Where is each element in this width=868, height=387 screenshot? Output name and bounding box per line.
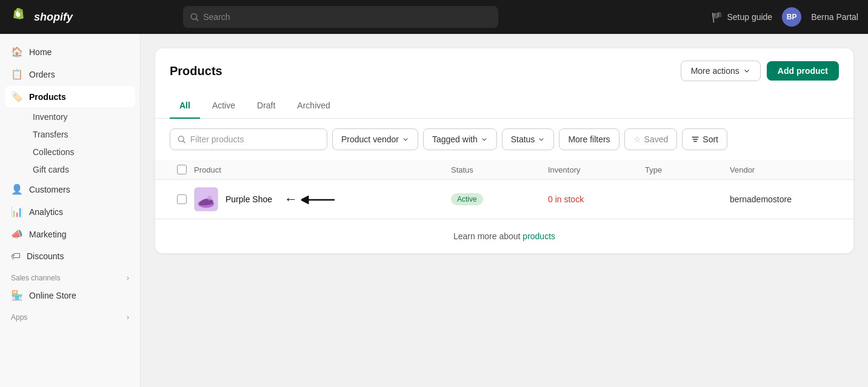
product-thumbnail-inner: [195, 188, 218, 211]
sidebar-label-orders: Orders: [29, 70, 55, 79]
sidebar-item-customers[interactable]: 👤 Customers: [5, 179, 135, 200]
avatar[interactable]: BP: [782, 7, 801, 27]
arrow-annotation: ←: [284, 191, 338, 207]
learn-more-link[interactable]: products: [522, 231, 555, 241]
sidebar-label-home: Home: [29, 47, 52, 57]
setup-guide-button[interactable]: 🏴 Setup guide: [711, 12, 772, 23]
marketing-icon: 📣: [11, 228, 23, 240]
chevron-down-icon: [743, 67, 750, 74]
sidebar-item-gift-cards[interactable]: Gift cards: [27, 161, 135, 178]
main-content: Products More actions Add product All: [141, 34, 868, 387]
customers-icon: 👤: [11, 184, 23, 195]
select-all-cell[interactable]: [170, 165, 194, 174]
tabs: All Active Draft Archived: [155, 93, 853, 119]
products-panel: Products More actions Add product All: [155, 48, 853, 253]
saved-label: Saved: [644, 134, 669, 144]
sidebar-label-discounts: Discounts: [27, 251, 64, 261]
arrow-icon: [301, 193, 338, 207]
svg-line-1: [196, 19, 198, 21]
top-nav: shopify 🏴 Setup guide BP Berna Partal: [0, 0, 868, 34]
table-header: Product Status Inventory Type Vendor: [155, 160, 853, 180]
row-checkbox[interactable]: [177, 194, 187, 204]
search-bar[interactable]: [183, 6, 498, 28]
svg-line-3: [183, 141, 185, 143]
user-name: Berna Partal: [811, 12, 858, 22]
star-icon: ☆: [633, 134, 641, 144]
sidebar-item-orders[interactable]: 📋 Orders: [5, 64, 135, 85]
add-product-button[interactable]: Add product: [767, 61, 839, 81]
column-product: Product: [194, 165, 451, 174]
svg-point-6: [207, 196, 212, 200]
apps-chevron[interactable]: ›: [127, 313, 129, 322]
more-filters-label: More filters: [568, 134, 610, 144]
table-row[interactable]: Purple Shoe ←: [155, 180, 853, 219]
filter-products-input[interactable]: [190, 134, 319, 144]
logo-text: shopify: [34, 11, 73, 24]
product-name: Purple Shoe: [225, 194, 272, 204]
column-status: Status: [451, 165, 548, 174]
discounts-icon: 🏷: [11, 251, 21, 262]
sidebar-item-online-store[interactable]: 🏪 Online Store: [5, 285, 135, 306]
tagged-with-filter[interactable]: Tagged with: [423, 128, 497, 150]
tagged-with-label: Tagged with: [432, 134, 478, 144]
sidebar-item-discounts[interactable]: 🏷 Discounts: [5, 246, 135, 266]
add-product-label: Add product: [778, 66, 828, 76]
product-thumbnail: [194, 187, 218, 211]
layout: 🏠 Home 📋 Orders 🏷️ Products Inventory Tr…: [0, 34, 868, 387]
sales-channels-chevron[interactable]: ›: [127, 274, 129, 282]
apps-section: Apps ›: [5, 307, 135, 324]
product-image: [195, 188, 218, 211]
sidebar-item-analytics[interactable]: 📊 Analytics: [5, 201, 135, 222]
orders-icon: 📋: [11, 68, 23, 80]
sort-button[interactable]: Sort: [682, 128, 727, 150]
product-vendor-filter[interactable]: Product vendor: [332, 128, 418, 150]
product-status-cell: Active: [451, 193, 548, 205]
select-all-checkbox[interactable]: [177, 165, 187, 174]
filter-search-box[interactable]: [170, 128, 327, 150]
setup-guide-label: Setup guide: [727, 12, 772, 22]
column-inventory: Inventory: [548, 165, 645, 174]
sidebar-item-marketing[interactable]: 📣 Marketing: [5, 223, 135, 245]
sidebar-item-home[interactable]: 🏠 Home: [5, 41, 135, 62]
learn-more-text: Learn more about: [453, 231, 522, 241]
vendor-cell: bernademostore: [730, 194, 839, 204]
sidebar-item-products[interactable]: 🏷️ Products: [5, 86, 135, 107]
chevron-down-icon: [481, 136, 488, 143]
more-filters-button[interactable]: More filters: [559, 128, 619, 150]
inventory-cell: 0 in stock: [548, 194, 645, 204]
tab-draft[interactable]: Draft: [247, 93, 285, 119]
status-filter[interactable]: Status: [502, 128, 555, 150]
flag-icon: 🏴: [711, 12, 723, 23]
tab-active[interactable]: Active: [202, 93, 245, 119]
column-vendor: Vendor: [730, 165, 839, 174]
sidebar-sub-products: Inventory Transfers Collections Gift car…: [5, 108, 135, 178]
filter-bar: Product vendor Tagged with Status: [155, 119, 853, 160]
shopify-logo[interactable]: shopify: [10, 7, 73, 27]
column-type: Type: [645, 165, 730, 174]
saved-filter-button[interactable]: ☆ Saved: [624, 128, 678, 150]
learn-more-footer: Learn more about products: [155, 219, 853, 253]
home-icon: 🏠: [11, 46, 23, 58]
tab-all[interactable]: All: [170, 93, 200, 119]
sort-icon: [691, 135, 699, 144]
row-checkbox-cell[interactable]: [170, 194, 194, 204]
products-icon: 🏷️: [11, 91, 23, 102]
sidebar: 🏠 Home 📋 Orders 🏷️ Products Inventory Tr…: [0, 34, 141, 387]
panel-header: Products More actions Add product: [155, 48, 853, 93]
sidebar-label-online-store: Online Store: [29, 291, 76, 300]
status-badge: Active: [451, 193, 483, 205]
chevron-down-icon: [402, 136, 409, 143]
search-input[interactable]: [203, 12, 491, 22]
more-actions-button[interactable]: More actions: [681, 61, 761, 81]
sidebar-item-transfers[interactable]: Transfers: [27, 126, 135, 143]
status-label: Status: [511, 134, 535, 144]
sales-channels-section: Sales channels ›: [5, 268, 135, 285]
sidebar-label-products: Products: [29, 92, 66, 102]
tab-archived[interactable]: Archived: [287, 93, 339, 119]
sidebar-label-marketing: Marketing: [29, 230, 66, 239]
sort-label: Sort: [703, 134, 718, 144]
more-actions-label: More actions: [691, 66, 739, 76]
page-title: Products: [170, 64, 222, 78]
sidebar-item-inventory[interactable]: Inventory: [27, 108, 135, 125]
sidebar-item-collections[interactable]: Collections: [27, 144, 135, 160]
